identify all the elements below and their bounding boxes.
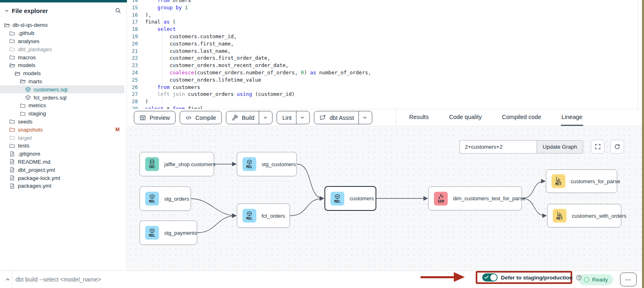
lineage-node-jaffle_shop.customers[interactable]: SRCjaffle_shop.customers: [140, 152, 214, 176]
file-tree-item[interactable]: staging: [0, 110, 125, 118]
line-number: 15: [127, 4, 145, 12]
code-line[interactable]: 26 from customers: [127, 84, 638, 91]
build-button[interactable]: Build: [226, 111, 273, 124]
lineage-node-customers_with_orders[interactable]: METcustomers_with_orders: [547, 204, 621, 227]
button-label: Lint: [279, 115, 295, 121]
file-tree-item[interactable]: dbt_project.yml: [0, 166, 125, 174]
lineage-node-fct_orders[interactable]: MDLfct_orders: [237, 204, 290, 228]
file-tree-item[interactable]: dbt_packages: [0, 45, 125, 53]
lineage-node-stg_orders[interactable]: MDLstg_orders: [140, 186, 191, 211]
chevron-up-icon: [5, 277, 11, 282]
code-line[interactable]: 25 customer_orders.lifetime_value: [127, 77, 638, 84]
editor-scrollbar-track[interactable]: [638, 0, 642, 109]
file-tree-item-label: .github: [18, 30, 34, 36]
lineage-node-stg_payments[interactable]: MDLstg_payments: [140, 221, 197, 245]
node-label: stg_orders: [164, 196, 189, 202]
folder-icon: [9, 127, 15, 132]
code-line[interactable]: 24 coalesce(customer_orders.number_of_or…: [127, 69, 638, 77]
file-icon: [9, 151, 15, 157]
lineage-node-stg_customers[interactable]: MDLstg_customers: [237, 152, 297, 176]
dbt-assist-button[interactable]: dbt Assist: [314, 111, 372, 124]
file-tree-item-label: models: [23, 70, 41, 76]
code-line[interactable]: 27 left join customer_orders using (cust…: [127, 91, 638, 98]
file-tree-item[interactable]: package-lock.yml: [0, 174, 125, 182]
file-tree-item[interactable]: packages.yml: [0, 182, 125, 190]
compile-button[interactable]: Compile: [180, 111, 222, 124]
folder-icon: [9, 119, 15, 124]
file-tree-item[interactable]: .github: [0, 29, 125, 37]
code-line[interactable]: 18 select: [127, 26, 638, 33]
node-type-badge: MDL: [145, 192, 159, 206]
metric-icon: [556, 176, 561, 182]
more-options-button[interactable]: ...: [620, 273, 637, 286]
file-tree-item[interactable]: db-sl-qs-demo: [0, 21, 125, 29]
line-number: 20: [127, 41, 145, 48]
refresh-button[interactable]: [610, 140, 624, 154]
update-graph-button[interactable]: Update Graph: [537, 140, 583, 154]
code-line[interactable]: 29select * from final: [127, 106, 638, 109]
code-line[interactable]: 20 customers.first_name,: [127, 41, 638, 48]
lineage-node-dim_customers_test_for_parse[interactable]: SEMdim_customers_test_for_parse: [428, 186, 522, 210]
code-icon: [185, 115, 192, 121]
tab-compiled-code[interactable]: Compiled code: [501, 109, 542, 126]
assist-icon: [320, 115, 326, 121]
chevron-down-icon[interactable]: [4, 8, 9, 13]
database-icon: [149, 159, 155, 165]
cube-icon: [247, 211, 252, 217]
search-icon[interactable]: [115, 7, 121, 14]
node-label: customers: [350, 195, 374, 201]
code-line[interactable]: 19 customers.customer_id,: [127, 33, 638, 41]
preview-button[interactable]: Preview: [134, 111, 176, 124]
file-tree-item[interactable]: models: [0, 69, 125, 78]
tab-results[interactable]: Results: [408, 109, 429, 126]
file-tree: db-sl-qs-demo.githubanalysesdbt_packages…: [0, 21, 127, 190]
lineage-panel[interactable]: Update Graph SRCjaffle_shop.customersMDL…: [127, 127, 642, 271]
node-type-label: MDL: [246, 165, 252, 169]
defer-toggle[interactable]: [482, 273, 498, 282]
file-tree-item[interactable]: models: [0, 61, 125, 69]
file-tree-item[interactable]: fct_orders.sql: [0, 93, 125, 102]
file-tree-item[interactable]: macros: [0, 53, 125, 61]
fullscreen-button[interactable]: [591, 140, 605, 154]
ready-label: Ready: [592, 277, 608, 283]
chevron-down-icon[interactable]: [263, 115, 268, 120]
code-line[interactable]: 14 from orders: [127, 0, 638, 4]
node-type-label: MDL: [149, 234, 155, 238]
chevron-down-icon[interactable]: [300, 115, 305, 120]
code-line[interactable]: 22 customer_orders.first_order_date,: [127, 55, 638, 62]
folder-open-icon: [4, 22, 10, 28]
lint-button[interactable]: Lint: [277, 111, 310, 124]
code-line[interactable]: 15 group by 1: [127, 4, 638, 12]
code-line[interactable]: 28): [127, 98, 638, 106]
code-line[interactable]: 17final as (: [127, 19, 638, 26]
help-icon[interactable]: [576, 275, 582, 281]
tab-code-quality[interactable]: Code quality: [448, 109, 483, 126]
file-tree-item[interactable]: snapshotsM: [0, 126, 125, 134]
code-editor[interactable]: 14 from orders15 group by 116),17final a…: [127, 0, 638, 109]
file-tree-item[interactable]: README.md: [0, 158, 125, 166]
file-tree-item[interactable]: analyses: [0, 37, 125, 45]
lineage-node-customers[interactable]: MDLcustomers: [324, 186, 376, 211]
node-type-label: MDL: [246, 217, 252, 221]
file-tree-item[interactable]: .gitignore: [0, 150, 125, 158]
file-tree-item[interactable]: customers.sql: [0, 85, 125, 93]
lineage-node-customers_for_parse[interactable]: METcustomers_for_parse: [546, 169, 617, 193]
tab-lineage[interactable]: Lineage: [561, 109, 584, 126]
ellipsis-icon: ...: [626, 275, 631, 282]
chevron-down-icon[interactable]: [362, 115, 367, 120]
button-label: Compile: [192, 115, 220, 121]
file-tree-item[interactable]: seeds: [0, 118, 125, 126]
command-input[interactable]: dbt build --select <model_name>: [15, 271, 101, 288]
code-line[interactable]: 23 customer_orders.most_recent_order_dat…: [127, 62, 638, 69]
lineage-filter-input[interactable]: [459, 140, 537, 154]
file-tree-item[interactable]: tests: [0, 142, 125, 150]
file-tree-item[interactable]: marts: [0, 78, 125, 86]
code-line[interactable]: 21 customers.last_name,: [127, 48, 638, 55]
command-bar-expand-button[interactable]: [3, 275, 12, 284]
code-line[interactable]: 16),: [127, 12, 638, 19]
file-tree-item[interactable]: metrics: [0, 102, 125, 110]
indent-guide: [174, 33, 175, 84]
file-tree-item-label: .gitignore: [18, 151, 41, 157]
explorer-title: File explorer: [12, 7, 48, 14]
file-tree-item[interactable]: target: [0, 134, 125, 142]
